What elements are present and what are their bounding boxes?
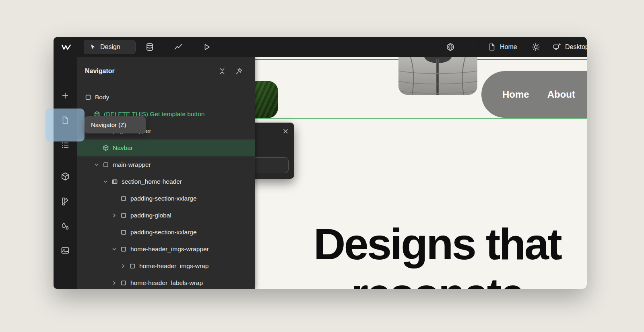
layer-label: Body — [95, 94, 109, 101]
navigator-row[interactable]: Navbar — [77, 139, 255, 156]
body-icon — [85, 94, 91, 100]
chevron-right-icon[interactable] — [120, 263, 126, 269]
div-icon — [120, 212, 127, 219]
topbar-divider — [473, 43, 473, 51]
collapse-all-icon[interactable] — [219, 68, 226, 75]
navigator-panel: Navigator Body(DELETE THIS) Get template… — [77, 57, 255, 289]
div-icon — [129, 263, 136, 269]
chevron-down-icon[interactable] — [103, 179, 108, 184]
div-icon — [120, 229, 127, 236]
navigator-row[interactable]: padding-section-xxlarge — [77, 190, 255, 207]
navigator-tooltip-label: Navigator (Z) — [91, 121, 126, 128]
site-nav-link-about[interactable]: About — [547, 89, 575, 100]
gear-icon[interactable] — [531, 42, 541, 52]
chevron-right-icon[interactable] — [111, 213, 117, 218]
div-icon — [103, 162, 109, 168]
layer-label: Navbar — [113, 144, 133, 152]
navigator-icon[interactable] — [60, 140, 70, 150]
layer-label: home-header_labels-wrap — [130, 279, 203, 287]
design-mode-label: Design — [100, 43, 120, 51]
navigator-tooltip: Navigator (Z) — [85, 116, 146, 133]
breakpoint-desktop-icon — [553, 43, 561, 51]
breakpoint-label: Desktop — [565, 43, 587, 51]
page-name-label: Home — [500, 43, 517, 51]
webflow-designer-window: Home About Designs that resonate Navigat… — [54, 37, 587, 289]
left-toolbar — [54, 57, 77, 289]
navigator-highlight-overlay — [45, 109, 85, 141]
webflow-logo-icon[interactable] — [61, 42, 72, 52]
cursor-icon — [89, 43, 97, 51]
hero-heading[interactable]: Designs that resonate — [254, 219, 587, 289]
hero-heading-line2: resonate — [254, 269, 587, 289]
hero-heading-line1: Designs that — [254, 219, 587, 269]
layer-label: padding-section-xxlarge — [130, 195, 197, 202]
preview-play-icon[interactable] — [202, 42, 212, 52]
navigator-row[interactable]: section_home-header — [77, 173, 255, 190]
variables-droplets-icon[interactable] — [60, 221, 70, 231]
layer-label: padding-section-xxlarge — [130, 229, 197, 236]
analyze-chart-icon[interactable] — [173, 42, 183, 52]
layer-label: main-wrapper — [113, 161, 151, 168]
assets-image-icon[interactable] — [60, 246, 70, 255]
close-icon[interactable] — [283, 128, 289, 134]
layer-label: section_home-header — [122, 178, 182, 185]
add-element-plus-icon[interactable] — [60, 91, 70, 100]
div-icon — [120, 280, 127, 286]
cms-database-icon[interactable] — [145, 42, 155, 52]
chevron-down-icon[interactable] — [111, 246, 117, 252]
navigator-row[interactable]: home-header_labels-wrap — [77, 275, 255, 289]
navigator-row[interactable]: home-header_imgs-wrap — [77, 258, 255, 275]
design-mode-button[interactable]: Design — [84, 40, 136, 54]
navigator-row[interactable]: Body — [77, 89, 255, 106]
div-icon — [120, 195, 127, 202]
components-cube-icon[interactable] — [60, 172, 70, 181]
globe-icon[interactable] — [446, 42, 455, 52]
layer-label: home-header_imgs-wrapper — [130, 246, 209, 253]
site-navbar-pill: Home About — [481, 71, 587, 118]
section-icon — [111, 178, 118, 185]
navigator-title: Navigator — [85, 68, 209, 75]
chevron-right-icon[interactable] — [111, 280, 117, 286]
chevron-down-icon[interactable] — [94, 162, 99, 168]
component-icon — [103, 145, 109, 151]
navigator-header: Navigator — [77, 57, 255, 85]
layer-label: padding-global — [130, 212, 171, 219]
navigator-row[interactable]: main-wrapper — [77, 156, 255, 173]
page-icon — [487, 43, 496, 51]
layer-label: home-header_imgs-wrap — [139, 262, 208, 270]
div-icon — [120, 246, 127, 252]
page-selector[interactable]: Home — [487, 37, 517, 57]
site-nav-link-home[interactable]: Home — [502, 89, 529, 100]
libraries-swatch-icon[interactable] — [60, 196, 70, 206]
breakpoint-selector[interactable]: Desktop — [553, 37, 587, 57]
pin-icon[interactable] — [235, 68, 243, 75]
hero-jacket-image[interactable] — [398, 57, 477, 95]
navigator-row[interactable]: home-header_imgs-wrapper — [77, 241, 255, 258]
navigator-row[interactable]: padding-global — [77, 207, 255, 224]
topbar: Design Home Desktop — [54, 37, 587, 57]
navigator-row[interactable]: padding-section-xxlarge — [77, 224, 255, 241]
